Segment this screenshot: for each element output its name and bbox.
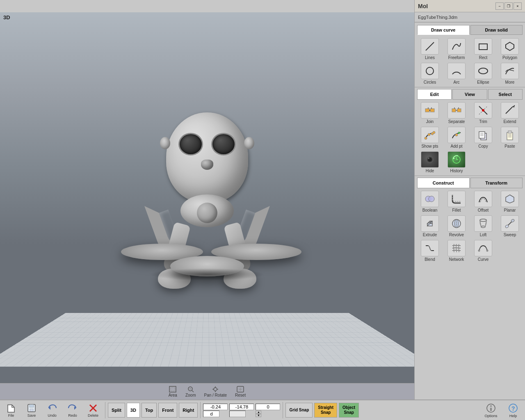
coord-d-input[interactable] (203, 411, 219, 417)
tool-network[interactable]: Network (444, 239, 469, 262)
restore-button[interactable]: ❐ (504, 2, 513, 10)
grid-floor (0, 313, 414, 367)
svg-point-24 (433, 131, 435, 134)
tab-draw-curve[interactable]: Draw curve (417, 25, 470, 35)
undo-button[interactable]: Undo (43, 401, 62, 419)
svg-point-40 (428, 158, 429, 159)
svg-rect-63 (171, 388, 175, 391)
coord-spin-up[interactable]: ▲ (256, 411, 261, 414)
tool-ellipse[interactable]: Ellipse (470, 62, 496, 85)
construct-tools: Boolean Fillet Offset (415, 190, 525, 262)
view-3d-button[interactable]: 3D (127, 403, 140, 418)
view-right-button[interactable]: Right (179, 403, 198, 418)
tool-lines[interactable]: Lines (417, 37, 443, 61)
tool-loft[interactable]: Loft (470, 215, 496, 238)
robot-belly (197, 203, 217, 223)
separator-1 (105, 402, 105, 418)
tool-join[interactable]: Join (417, 101, 443, 125)
coord-y-input[interactable] (229, 404, 254, 410)
svg-point-21 (425, 137, 427, 139)
minimize-button[interactable]: − (495, 2, 504, 10)
coord-box: ▲ ▼ (203, 404, 280, 417)
tab-transform[interactable]: Transform (470, 178, 523, 188)
tool-blend[interactable]: Blend (417, 239, 443, 262)
tool-paste[interactable]: Paste (497, 126, 523, 149)
area-button[interactable]: Area (169, 386, 177, 397)
tool-offset[interactable]: Offset (470, 190, 496, 213)
straight-snap-button[interactable]: StraightSnap (314, 403, 337, 418)
view-top-button[interactable]: Top (142, 403, 157, 418)
tab-view[interactable]: View (452, 89, 487, 100)
tool-freeform[interactable]: Freeform (444, 37, 469, 61)
tab-construct[interactable]: Construct (417, 178, 470, 188)
svg-rect-6 (430, 109, 434, 112)
svg-rect-29 (479, 132, 485, 138)
tool-show-pts[interactable]: Show pts (417, 126, 443, 149)
robot-ear-right (244, 137, 254, 149)
tool-revolve[interactable]: Revolve (444, 215, 469, 238)
tool-arc[interactable]: Arc (444, 62, 469, 85)
tool-curve[interactable]: Curve (470, 239, 496, 262)
svg-rect-5 (425, 109, 429, 112)
svg-line-0 (426, 42, 434, 50)
tab-edit[interactable]: Edit (417, 89, 452, 100)
coord-z-input[interactable] (256, 404, 280, 410)
svg-point-53 (481, 226, 485, 228)
viewport-3d[interactable]: 3D (0, 12, 414, 399)
file-button[interactable]: File (2, 401, 21, 419)
tool-circles[interactable]: Circles (417, 62, 443, 85)
grid-snap-button[interactable]: Grid Snap (285, 403, 313, 418)
close-button[interactable]: × (514, 2, 522, 10)
tool-separate[interactable]: Separate (444, 101, 469, 125)
tool-trim[interactable]: Trim (470, 101, 496, 125)
svg-rect-62 (169, 386, 176, 392)
bottom-right-buttons: Options ? Help (481, 401, 523, 419)
object-snap-button[interactable]: ObjectSnap (339, 403, 359, 418)
delete-button[interactable]: Delete (84, 401, 103, 419)
svg-rect-10 (452, 109, 456, 112)
save-button[interactable]: Save (22, 401, 41, 419)
reset-button[interactable]: Reset (235, 386, 246, 397)
svg-rect-78 (30, 409, 33, 411)
svg-point-52 (480, 219, 486, 221)
moi-titlebar: MoI − ❐ × (415, 0, 525, 12)
svg-line-65 (192, 390, 194, 392)
tab-draw-solid[interactable]: Draw solid (470, 25, 523, 35)
tool-extend[interactable]: Extend (497, 101, 523, 125)
svg-rect-11 (457, 109, 461, 112)
moi-title: MoI (418, 3, 428, 9)
robot-nose (201, 160, 213, 170)
tool-planar[interactable]: Planar (497, 190, 523, 213)
tool-rect[interactable]: Rect (470, 37, 496, 61)
scene-container (0, 12, 414, 399)
tool-copy[interactable]: Copy (470, 126, 496, 149)
coord-extra-input[interactable] (229, 411, 246, 417)
tool-fillet[interactable]: Fillet (444, 190, 469, 213)
coord-spin-down[interactable]: ▼ (256, 414, 261, 417)
help-button[interactable]: ? Help (503, 401, 523, 419)
svg-rect-85 (490, 408, 492, 411)
separator-3 (283, 402, 283, 418)
svg-point-17 (482, 109, 484, 112)
tool-add-pt[interactable]: Add pt (444, 126, 469, 149)
split-button[interactable]: Split (108, 403, 125, 418)
robot-head (166, 112, 248, 203)
tool-hide[interactable]: Hide (417, 151, 443, 174)
options-button[interactable]: Options (481, 401, 501, 419)
redo-button[interactable]: Redo (63, 401, 82, 419)
tool-polygon[interactable]: Polygon (497, 37, 523, 61)
coord-x-input[interactable] (203, 404, 228, 410)
tool-sweep[interactable]: Sweep (497, 215, 523, 238)
robot-eye-right (211, 133, 236, 155)
zoom-button[interactable]: Zoom (185, 386, 196, 397)
view-front-button[interactable]: Front (158, 403, 177, 418)
pan-rotate-button[interactable]: Pan / Rotate (204, 386, 227, 397)
tab-select[interactable]: Select (488, 89, 523, 100)
draw-curve-tools: Lines Freeform Rect Polygo (417, 37, 523, 85)
tool-extrude[interactable]: Extrude (417, 215, 443, 238)
tool-history[interactable]: History (444, 151, 469, 174)
tool-more[interactable]: More (497, 62, 523, 85)
filename-bar: EggTubeThing.3dm (415, 12, 525, 22)
robot-shadow (150, 268, 265, 281)
tool-boolean[interactable]: Boolean (417, 190, 443, 213)
